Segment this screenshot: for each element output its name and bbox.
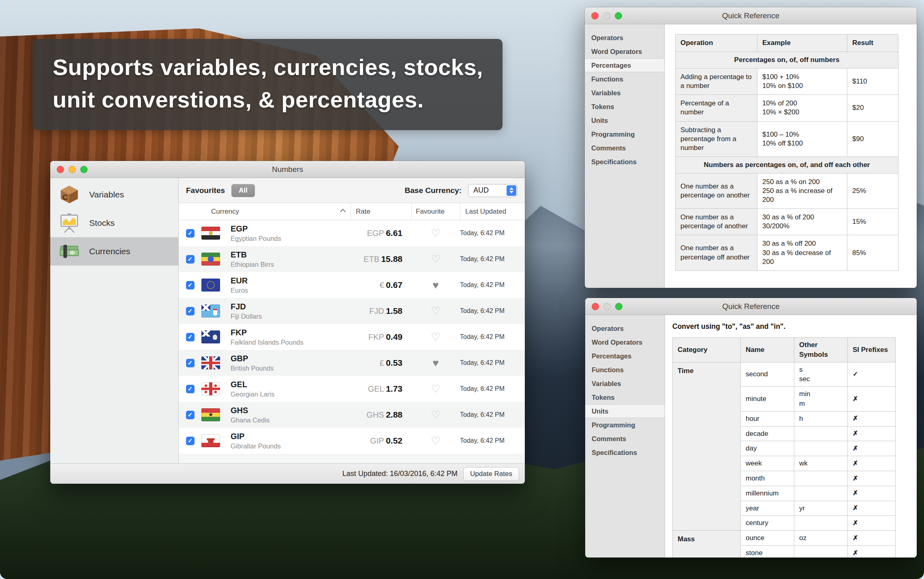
row-checkbox[interactable] bbox=[186, 333, 195, 341]
qr-sidebar-item[interactable]: Operators bbox=[585, 31, 664, 45]
qr-sidebar-item[interactable]: Comments bbox=[585, 432, 665, 446]
favourite-heart-icon[interactable] bbox=[431, 387, 440, 394]
favourite-heart-icon[interactable] bbox=[431, 413, 440, 420]
qr-sidebar-item[interactable]: Units bbox=[585, 404, 665, 418]
currencies-toolbar: Favourites All Base Currency: AUD bbox=[179, 178, 525, 203]
currency-code: ETB bbox=[231, 250, 351, 259]
currency-name: Gibraltar Pounds bbox=[231, 442, 351, 450]
base-currency-select[interactable]: AUD bbox=[468, 184, 518, 197]
qr-sidebar-item[interactable]: Tokens bbox=[585, 100, 664, 114]
favourite-heart-icon[interactable] bbox=[431, 309, 440, 316]
section-title: Numbers as percentages on, of, and off e… bbox=[676, 157, 898, 174]
quick-reference-units-window: Quick Reference Operators Word Operators… bbox=[585, 298, 917, 558]
row-checkbox[interactable] bbox=[186, 437, 195, 445]
favourites-all-button[interactable]: All bbox=[231, 184, 255, 197]
row-checkbox[interactable] bbox=[186, 307, 195, 315]
unit-name-cell: century bbox=[741, 516, 794, 531]
table-header-category: Category bbox=[673, 338, 741, 362]
qr-sidebar-item[interactable]: Percentages bbox=[585, 58, 664, 72]
qr-sidebar-item[interactable]: Percentages bbox=[585, 349, 665, 363]
favourite-heart-icon[interactable] bbox=[432, 361, 438, 368]
qr-sidebar-item[interactable]: Functions bbox=[585, 363, 665, 377]
qr-sidebar-item[interactable]: Specifications bbox=[585, 155, 664, 169]
currency-row[interactable]: EGP Egyptian Pounds EGP 6.61 Today, 6:42… bbox=[179, 220, 525, 246]
result-cell: $90 bbox=[847, 122, 898, 157]
favourite-heart-icon[interactable] bbox=[431, 257, 440, 264]
currency-row[interactable]: FKP Falkland Islands Pounds FKP 0.49 Tod… bbox=[179, 324, 525, 350]
column-header-currency[interactable]: Currency bbox=[201, 203, 351, 220]
qr-sidebar-item[interactable]: Programming bbox=[585, 418, 665, 432]
currency-row[interactable]: GIP Gibraltar Pounds GIP 0.52 Today, 6:4… bbox=[179, 428, 525, 454]
qr-units-titlebar[interactable]: Quick Reference bbox=[585, 298, 917, 315]
column-header-rate[interactable]: Rate bbox=[351, 203, 411, 220]
currency-flag-icon bbox=[201, 356, 220, 369]
unit-name-cell: decade bbox=[741, 427, 794, 442]
qr-sidebar-item[interactable]: Variables bbox=[585, 377, 665, 390]
example-cell: $100 + 10% 10% on $100 bbox=[757, 69, 847, 95]
window-title: Quick Reference bbox=[585, 11, 917, 20]
qr-sidebar-item[interactable]: Specifications bbox=[585, 446, 665, 459]
currency-name: Georgian Laris bbox=[231, 390, 351, 398]
table-header-example: Example bbox=[757, 34, 847, 52]
currency-flag-icon bbox=[201, 305, 220, 317]
row-checkbox[interactable] bbox=[186, 411, 195, 419]
qr-sidebar-item[interactable]: Tokens bbox=[585, 390, 665, 404]
row-last-updated: Today, 6:42 PM bbox=[460, 333, 525, 341]
stepper-arrows-icon[interactable] bbox=[507, 185, 516, 196]
favourite-heart-icon[interactable] bbox=[431, 231, 440, 238]
currency-rate: £ 0.53 bbox=[351, 358, 411, 368]
category-cell-time: Time bbox=[673, 362, 741, 531]
currency-flag-icon bbox=[201, 227, 220, 240]
row-checkbox[interactable] bbox=[186, 229, 195, 238]
numbers-titlebar[interactable]: Numbers bbox=[50, 161, 525, 178]
currency-row[interactable]: EUR Euros € 0.67 Today, 6:42 PM bbox=[179, 272, 525, 298]
row-checkbox[interactable] bbox=[186, 359, 195, 367]
column-header-favourite[interactable]: Favourite bbox=[411, 203, 460, 220]
currency-row[interactable]: GEL Georgian Laris GEL 1.73 Today, 6:42 … bbox=[179, 376, 525, 402]
row-checkbox[interactable] bbox=[186, 255, 195, 264]
row-last-updated: Today, 6:42 PM bbox=[460, 411, 525, 418]
qr-sidebar-item[interactable]: Functions bbox=[585, 72, 664, 86]
qr-sidebar-item[interactable]: Variables bbox=[585, 86, 664, 100]
row-last-updated: Today, 6:42 PM bbox=[460, 229, 525, 237]
qr-sidebar-item[interactable]: Word Operators bbox=[585, 335, 665, 349]
currency-row[interactable]: GHS Ghana Cedis GHS 2.88 Today, 6:42 PM bbox=[179, 402, 525, 428]
units-table: Category Name Other Symbols SI Prefixes … bbox=[672, 337, 896, 558]
favourites-label: Favourites bbox=[186, 186, 225, 195]
sidebar-item-stocks[interactable]: Stocks bbox=[50, 209, 178, 237]
column-header-last-updated[interactable]: Last Updated bbox=[460, 203, 525, 220]
favourite-heart-icon[interactable] bbox=[431, 439, 440, 446]
currency-row[interactable]: GBP British Pounds £ 0.53 Today, 6:42 PM bbox=[179, 350, 525, 376]
unit-name-cell: week bbox=[741, 456, 794, 471]
unit-symbols-cell bbox=[794, 546, 848, 558]
update-rates-button[interactable]: Update Rates bbox=[463, 467, 519, 481]
currency-flag-icon bbox=[201, 434, 220, 447]
unit-symbols-cell: oz bbox=[794, 531, 848, 546]
row-checkbox[interactable] bbox=[186, 281, 195, 290]
currency-name: Falkland Islands Pounds bbox=[231, 339, 351, 346]
sidebar-item-currencies[interactable]: Currencies bbox=[50, 237, 178, 266]
currency-row[interactable]: FJD Fiji Dollars FJD 1.58 Today, 6:42 PM bbox=[179, 298, 525, 324]
qr-sidebar-item[interactable]: Programming bbox=[585, 127, 664, 141]
qr-percentages-titlebar[interactable]: Quick Reference bbox=[585, 7, 917, 24]
unit-symbols-cell bbox=[794, 516, 848, 531]
example-cell: 30 as a % off 200 30 as a % decrease of … bbox=[757, 235, 847, 270]
operation-cell: Subtracting a percentage from a number bbox=[676, 122, 757, 157]
qr-sidebar-item[interactable]: Units bbox=[585, 114, 664, 127]
sidebar-item-variables[interactable]: C Variables bbox=[50, 180, 178, 209]
favourite-heart-icon[interactable] bbox=[432, 283, 438, 290]
variables-cube-icon: C bbox=[58, 184, 80, 205]
numbers-sidebar: C Variables bbox=[50, 178, 179, 463]
unit-si-prefix-cell: ✗ bbox=[848, 546, 896, 558]
qr-percentages-content: Operation Example Result Percentages on,… bbox=[665, 24, 917, 288]
qr-sidebar-item[interactable]: Comments bbox=[585, 141, 664, 155]
qr-sidebar-item[interactable]: Operators bbox=[585, 322, 665, 335]
qr-sidebar-item[interactable]: Word Operators bbox=[585, 45, 664, 58]
currency-row[interactable]: ETB Ethiopian Birrs ETB 15.88 Today, 6:4… bbox=[179, 246, 525, 272]
row-checkbox[interactable] bbox=[186, 385, 195, 393]
unit-si-prefix-cell: ✗ bbox=[848, 441, 896, 456]
unit-si-prefix-cell: ✗ bbox=[848, 412, 896, 427]
banknotes-icon bbox=[58, 243, 80, 259]
unit-si-prefix-cell: ✗ bbox=[848, 456, 896, 471]
favourite-heart-icon[interactable] bbox=[431, 335, 440, 342]
